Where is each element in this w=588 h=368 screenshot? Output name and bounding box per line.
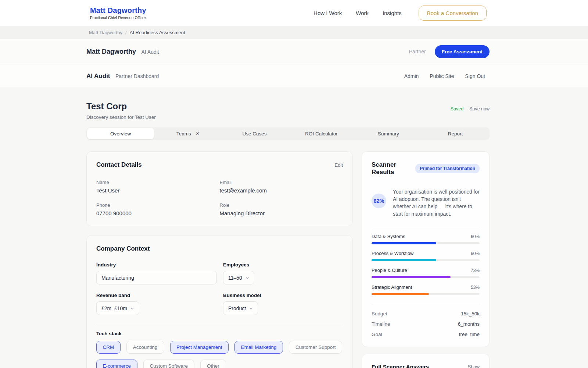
revenue-field-group: Revenue band £2m–£10m [96,293,223,315]
goal-value: free_time [459,332,480,337]
contact-field-role: Role Managing Director [220,202,343,216]
dashboard-subtitle: Partner Dashboard [115,73,159,79]
tab-overview[interactable]: Overview [87,128,154,139]
goal-label: Goal [372,332,382,337]
tab-use-cases[interactable]: Use Cases [221,128,288,139]
contact-field-email: Email test@example.com [220,180,343,194]
dimension-percent: 73% [471,268,480,273]
dashboard-title: AI Audit [86,72,110,79]
phone-value: 07700 900000 [96,210,220,216]
tab-summary[interactable]: Summary [355,128,422,139]
chip-email-marketing[interactable]: Email Marketing [234,341,283,354]
audit-header-title: Matt Dagworthy [86,48,136,55]
email-label: Email [220,180,343,185]
link-admin[interactable]: Admin [404,73,419,79]
tab-report[interactable]: Report [422,128,489,139]
audit-header-subtitle: AI Audit [141,49,159,55]
score-summary: 62% Your organisation is well-positioned… [372,188,480,218]
page-title: Test Corp [86,101,156,112]
business-model-field-group: Business model Product [223,293,343,315]
tab-teams[interactable]: Teams 3 [154,128,221,139]
site-nav: How I Work Work Insights Book a Conversa… [313,6,487,21]
name-value: Test User [96,187,220,194]
chip-project-management[interactable]: Project Management [170,341,229,354]
tab-use-cases-label: Use Cases [242,131,266,137]
chip-accounting[interactable]: Accounting [126,341,164,354]
divider [372,304,480,304]
business-model-value: Product [228,305,246,311]
book-conversation-button[interactable]: Book a Conversation [419,6,487,21]
nav-insights[interactable]: Insights [383,10,402,16]
contact-field-name: Name Test User [96,180,220,194]
company-context-title: Company Context [96,245,343,252]
progress-fill [372,242,436,244]
dimension-label: Process & Workflow [372,251,413,256]
teams-count-badge: 3 [196,131,199,136]
tab-overview-label: Overview [110,131,131,137]
budget-value: 15k_50k [461,311,480,316]
progress-track [372,293,480,295]
dashboard-links: Admin Public Site Sign Out [404,73,485,79]
full-scanner-answers-title: Full Scanner Answers [372,364,429,368]
business-model-select[interactable]: Product [223,301,258,315]
revenue-band-select[interactable]: £2m–£10m [96,301,139,315]
scanner-results-title: Scanner Results [372,161,415,176]
timeline-label: Timeline [372,321,390,327]
site-logo[interactable]: Matt Dagworthy Fractional Chief Revenue … [90,6,146,20]
dimension-bars: Data & Systems 60% Process & Workflow 60… [372,234,480,295]
chip-ecommerce[interactable]: E-commerce [96,360,137,368]
scanner-results-card: Scanner Results Primed for Transformatio… [362,151,490,347]
status-badge: Primed for Transformation [415,164,480,173]
right-column: Scanner Results Primed for Transformatio… [362,151,490,368]
dimension-percent: 60% [471,234,480,239]
edit-contact-button[interactable]: Edit [335,162,343,168]
dimension-percent: 53% [471,285,480,290]
chevron-down-icon [249,307,253,310]
tab-roi-calculator-label: ROI Calculator [305,131,338,137]
dimension-label: People & Culture [372,268,407,273]
scanner-details: Budget 15k_50k Timeline 6_months Goal fr… [372,311,480,337]
audit-header-left: Matt Dagworthy AI Audit [86,48,159,56]
chip-crm[interactable]: CRM [96,341,121,354]
nav-work[interactable]: Work [356,10,369,16]
save-area: Saved Save now [451,106,490,112]
tab-teams-label: Teams [176,131,191,137]
dashboard-header-bar: AI Audit Partner Dashboard Admin Public … [0,64,588,88]
site-header: Matt Dagworthy Fractional Chief Revenue … [0,0,588,26]
progress-track [372,276,480,278]
logo-subtitle: Fractional Chief Revenue Officer [90,15,146,20]
session-header-left: Test Corp Discovery session for Test Use… [86,101,156,120]
business-model-label: Business model [223,293,343,298]
chip-custom-software[interactable]: Custom Software [143,360,195,368]
tech-stack-chips: CRM Accounting Project Management Email … [96,341,343,368]
tab-roi-calculator[interactable]: ROI Calculator [288,128,355,139]
progress-track [372,242,480,244]
tab-report-label: Report [448,131,463,137]
nav-how-i-work[interactable]: How I Work [313,10,342,16]
contact-field-phone: Phone 07700 900000 [96,202,220,216]
employees-select[interactable]: 11–50 [223,271,254,284]
chip-customer-support[interactable]: Customer Support [289,341,343,354]
tech-stack-label: Tech stack [96,331,343,336]
contact-details-title: Contact Details [96,161,142,169]
logo-title: Matt Dagworthy [90,6,146,15]
breadcrumb-parent[interactable]: Matt Dagworthy [89,30,122,35]
revenue-band-label: Revenue band [96,293,223,298]
employees-field-group: Employees 11–50 [223,262,343,284]
progress-fill [372,259,436,261]
dimension-process-workflow: Process & Workflow 60% [372,251,480,261]
free-assessment-button[interactable]: Free Assessment [435,45,490,58]
progress-fill [372,276,451,278]
employees-value: 11–50 [228,275,242,281]
link-sign-out[interactable]: Sign Out [465,73,485,79]
save-now-button[interactable]: Save now [469,106,490,112]
full-scanner-answers-card: Full Scanner Answers Show [362,354,490,368]
chip-other[interactable]: Other [200,360,226,368]
industry-input[interactable] [96,271,217,284]
show-answers-button[interactable]: Show [467,364,480,368]
link-public-site[interactable]: Public Site [430,73,454,79]
chevron-down-icon [130,307,134,310]
dimension-label: Data & Systems [372,234,405,239]
budget-label: Budget [372,311,387,316]
audit-header-right: Partner Free Assessment [409,45,490,58]
